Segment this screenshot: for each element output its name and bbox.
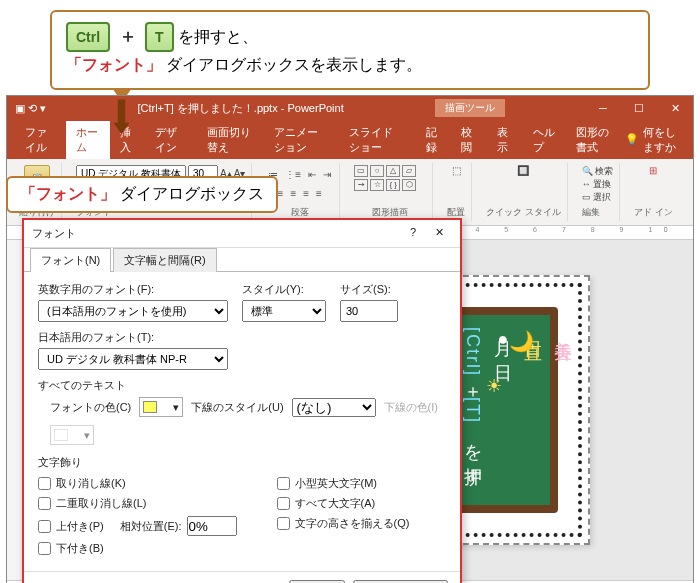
- allcaps-checkbox[interactable]: すべて大文字(A): [277, 496, 410, 511]
- edit-label: 編集: [582, 206, 600, 219]
- underline-style-label: 下線のスタイル(U): [191, 400, 283, 415]
- indent-inc-button[interactable]: ⇥: [321, 168, 333, 181]
- callout-red: 「フォント」: [66, 56, 162, 73]
- offset-input[interactable]: [187, 516, 237, 536]
- underline-color-label: 下線の色(I): [384, 400, 438, 415]
- tab-review[interactable]: 校閲: [451, 121, 487, 159]
- tab-format[interactable]: 図形の書式: [566, 121, 625, 159]
- tab-animation[interactable]: アニメーション: [264, 121, 339, 159]
- kbd-t: T: [145, 22, 174, 52]
- tab-help[interactable]: ヘルプ: [523, 121, 566, 159]
- style-select[interactable]: 標準: [242, 300, 326, 322]
- jp-font-select[interactable]: UD デジタル 教科書体 NP-R: [38, 348, 228, 370]
- group-addin: ⊞ アド イン: [628, 163, 679, 221]
- addin-label: アド イン: [634, 206, 673, 219]
- window-controls: ─ ☐ ✕: [585, 99, 693, 118]
- tab-record[interactable]: 記録: [416, 121, 452, 159]
- latin-font-label: 英数字用のフォント(F):: [38, 282, 228, 297]
- group-arrange: ⬚ 配置: [441, 163, 472, 221]
- group-drawing: ▭○△▱ ➙☆{ }⬡ 図形描画: [348, 163, 433, 221]
- equalize-checkbox[interactable]: 文字の高さを揃える(Q): [277, 516, 410, 531]
- dialog-title: フォント: [32, 226, 400, 241]
- offset-label: 相対位置(E):: [120, 519, 182, 534]
- strike-checkbox[interactable]: 取り消し線(K): [38, 476, 237, 491]
- dialog-close-button[interactable]: ✕: [426, 226, 452, 241]
- moon-icon: 🌙: [509, 329, 534, 353]
- size-label: サイズ(S):: [340, 282, 398, 297]
- quickstyle-button[interactable]: 🔲: [517, 165, 529, 176]
- shapes-gallery[interactable]: ▭○△▱ ➙☆{ }⬡: [354, 165, 426, 191]
- sub-checkbox[interactable]: 下付き(B): [38, 541, 237, 556]
- tab-file[interactable]: ファイル: [15, 121, 66, 159]
- decor-label: 文字飾り: [38, 455, 446, 470]
- smallcaps-checkbox[interactable]: 小型英大文字(M): [277, 476, 410, 491]
- callout-text2: ダイアログボックスを表示します。: [166, 56, 422, 73]
- fontcolor-button[interactable]: ▾: [139, 397, 183, 417]
- tell-me-label: 何をしますか: [643, 125, 685, 155]
- tab-view[interactable]: 表示: [487, 121, 523, 159]
- tab-slideshow[interactable]: スライド ショー: [339, 121, 416, 159]
- dialog-tab-font[interactable]: フォント(N): [30, 248, 111, 272]
- font-dialog: フォント ? ✕ フォント(N) 文字幅と間隔(R) 英数字用のフォント(F):…: [22, 218, 462, 583]
- dialog-label-red: 「フォント」: [20, 185, 116, 202]
- dialog-body: 英数字用のフォント(F): (日本語用のフォントを使用) スタイル(Y): 標準…: [24, 272, 460, 571]
- contextual-tab: 描画ツール: [435, 99, 505, 117]
- underline-style-select[interactable]: (なし): [292, 398, 376, 417]
- bulb-icon: 💡: [625, 133, 639, 146]
- tab-home[interactable]: ホーム: [66, 121, 109, 159]
- dialog-tab-spacing[interactable]: 文字幅と間隔(R): [113, 248, 216, 272]
- minimize-button[interactable]: ─: [585, 99, 621, 118]
- jp-font-label: 日本語用のフォント(T):: [38, 330, 446, 345]
- sun-icon: ☀: [486, 375, 502, 397]
- dialog-label-txt: ダイアログボックス: [120, 185, 264, 202]
- fontcolor-label: フォントの色(C): [50, 400, 131, 415]
- tab-transition[interactable]: 画面切り替え: [197, 121, 264, 159]
- arrow-down-icon: ⬇: [108, 90, 135, 144]
- quick-label: クイック スタイル: [486, 206, 561, 219]
- maximize-button[interactable]: ☐: [621, 99, 657, 118]
- replace-button[interactable]: ↔ 置換: [582, 178, 612, 191]
- group-quickstyle: 🔲 クイック スタイル: [480, 163, 568, 221]
- numbering-button[interactable]: ⋮≡: [283, 168, 303, 181]
- close-button[interactable]: ✕: [657, 99, 693, 118]
- group-editing: 🔍 検索 ↔ 置換 ▭ 選択 編集: [576, 163, 621, 221]
- dialog-pointer-label: 「フォント」 ダイアログボックス: [6, 176, 278, 213]
- chalk-name: 美香: [551, 327, 575, 493]
- alltext-label: すべてのテキスト: [38, 378, 446, 393]
- size-input[interactable]: [340, 300, 398, 322]
- align-right-button[interactable]: ≡: [301, 187, 311, 200]
- select-button[interactable]: ▭ 選択: [582, 191, 612, 204]
- app-icon: ▣ ⟲ ▾: [15, 102, 46, 115]
- tab-design[interactable]: デザイン: [145, 121, 196, 159]
- callout-text1: を押すと、: [178, 28, 258, 45]
- dialog-footer: OK キャンセル: [24, 571, 460, 583]
- justify-button[interactable]: ≡: [314, 187, 324, 200]
- underline-color-button[interactable]: ▾: [50, 425, 94, 445]
- dialog-tabs: フォント(N) 文字幅と間隔(R): [24, 248, 460, 272]
- style-label: スタイル(Y):: [242, 282, 326, 297]
- tell-me[interactable]: 💡何をしますか: [625, 125, 685, 155]
- plus-icon: ＋: [119, 26, 137, 46]
- dialog-titlebar: フォント ? ✕: [24, 220, 460, 248]
- latin-font-select[interactable]: (日本語用のフォントを使用): [38, 300, 228, 322]
- indent-dec-button[interactable]: ⇤: [306, 168, 318, 181]
- find-button[interactable]: 🔍 検索: [582, 165, 614, 178]
- super-checkbox[interactable]: 上付き(P) 相対位置(E):: [38, 516, 237, 536]
- addin-button[interactable]: ⊞: [649, 165, 657, 176]
- dialog-help-button[interactable]: ?: [400, 226, 426, 241]
- dstrike-checkbox[interactable]: 二重取り消し線(L): [38, 496, 237, 511]
- align-center-button[interactable]: ≡: [288, 187, 298, 200]
- kbd-ctrl: Ctrl: [66, 22, 110, 52]
- arrange-button[interactable]: ⬚: [452, 165, 461, 176]
- window-title: [Ctrl+T] を押しました！.pptx - PowerPoint: [46, 101, 435, 116]
- instruction-callout: Ctrl ＋ T を押すと、 「フォント」 ダイアログボックスを表示します。: [50, 10, 650, 90]
